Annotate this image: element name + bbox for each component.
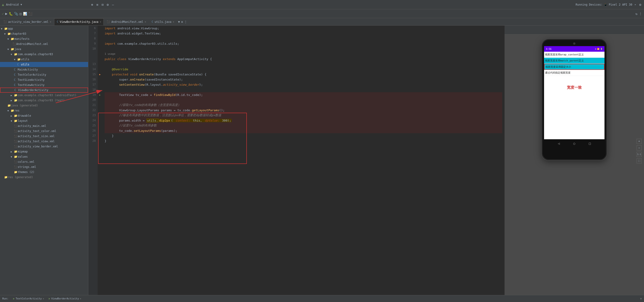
tree-item-chapter03[interactable]: ▼ 📁 chapter03: [0, 31, 88, 36]
device-close-icon[interactable]: ✕: [634, 3, 637, 6]
tree-item-res-generated[interactable]: 📁 res (generated): [0, 175, 88, 180]
folder-icon-package: 📁: [14, 53, 18, 56]
profile-icon[interactable]: 📊: [23, 12, 27, 16]
zoom-in-button[interactable]: +: [636, 139, 642, 144]
fit-button[interactable]: 1:1: [636, 152, 642, 157]
tree-item-manifests[interactable]: ▼ 📁 manifests: [0, 36, 88, 42]
tree-item-textsize-xml[interactable]: ⬛ activity_text_size.xml: [0, 134, 88, 139]
android-icon: ▲: [2, 2, 4, 7]
tree-item-strings-xml[interactable]: ⬛ strings.xml: [0, 164, 88, 170]
tree-item-textviewactivity[interactable]: C TextViewActivity: [0, 82, 88, 88]
side-controls: + − 1:1 ⛶: [636, 139, 642, 164]
device-status-icons: ⚙ 📶 🔋: [595, 48, 603, 50]
tree-item-textsizeactivity[interactable]: C TextSizeActivity: [0, 77, 88, 82]
tab-more-icon[interactable]: ⋮: [184, 20, 187, 24]
sync-icon[interactable]: ↻: [636, 12, 638, 16]
tab-close-1[interactable]: ✕: [50, 21, 51, 23]
bottom-settings-icon[interactable]: ⚙: [640, 297, 642, 300]
tree-item-viewborder-xml[interactable]: ⬛ activity_view_border.xml: [0, 144, 88, 149]
more-icon[interactable]: ⋮: [639, 12, 642, 16]
label-main-xml: activity_main.xml: [18, 124, 46, 128]
tree-item-java-generated[interactable]: 📁 java (generated): [0, 103, 88, 108]
nav-home-icon[interactable]: ○: [573, 141, 575, 145]
tree-item-mainactivity[interactable]: C MainActivity: [0, 67, 88, 72]
tree-item-java[interactable]: ▼ 📁 java: [0, 47, 88, 52]
minus-icon[interactable]: —: [111, 2, 115, 7]
tree-item-app[interactable]: ▼ 📁 app: [0, 26, 88, 31]
coverage-icon[interactable]: ◫: [20, 12, 22, 16]
tree-item-textcoloractivity[interactable]: C TextColorActivity: [0, 72, 88, 77]
tree-root: ▼ 📁 app ▼ 📁 chapter03 ▼ 📁 manifests: [0, 26, 88, 180]
device-name[interactable]: Pixel 2 API 30: [609, 3, 632, 6]
tree-item-package[interactable]: ▼ 📁 com.example.chapter03: [0, 52, 88, 57]
tab-label-1: activity_view_border.xml: [8, 20, 48, 24]
run-close-textcolor[interactable]: ✕: [43, 297, 44, 300]
code-line-9: import com.example.chapter03.utils.utils…: [104, 41, 502, 46]
tree-item-drawable[interactable]: ▶ 📁 drawable: [0, 113, 88, 118]
nav-back-icon[interactable]: ◁: [558, 141, 560, 145]
tree-item-viewborderactivity[interactable]: C ViewBorderActivity: [0, 88, 88, 93]
tree-item-layout[interactable]: ▼ 📁 layout: [0, 118, 88, 123]
attach-icon[interactable]: 📎: [14, 12, 18, 16]
globe-icon[interactable]: ⊕: [90, 2, 94, 7]
device-row-2: 视图宽度采用match_parent定义: [544, 58, 604, 64]
tree-item-test[interactable]: ▶ 📁 com.example.chapter03 (test): [0, 98, 88, 103]
tab-close-4[interactable]: ✕: [173, 21, 174, 23]
tab-settings-icon[interactable]: ⚙: [181, 20, 183, 24]
tree-item-utils-folder[interactable]: ▼ 📁 utils: [0, 57, 88, 62]
list-icon[interactable]: ≡: [95, 2, 99, 7]
linenum-15: 15: [90, 72, 96, 77]
tab-close-3[interactable]: ✕: [145, 21, 146, 23]
tree-item-res[interactable]: ▼ 📁 res: [0, 108, 88, 113]
zoom-out-button[interactable]: −: [636, 145, 642, 150]
run-item-textcolor[interactable]: ▶ TextColorActivity ✕: [13, 297, 44, 300]
tree-item-themes[interactable]: 📁 themes (2): [0, 170, 88, 175]
nav-recents-icon[interactable]: □: [589, 141, 590, 145]
code-content[interactable]: 6 7 8 9 10 13 14 15 16 17 18 19 20 21 22…: [88, 26, 504, 295]
tree-item-utils-class[interactable]: C utils: [0, 62, 88, 67]
tab-viewborder-activity[interactable]: C ViewBorderActivity.java ✕: [54, 18, 104, 25]
run-label-viewborder: ViewBorderActivity: [51, 297, 79, 300]
linenum-28: 28: [90, 138, 96, 143]
device-status-bar: 4:56 ⚙ 📶 🔋: [544, 46, 604, 52]
toolbar-settings[interactable]: ⚙: [638, 2, 642, 7]
tab-activity-view-border[interactable]: ⬛ activity_view_border.xml ✕: [1, 18, 54, 25]
tree-item-androidmanifest[interactable]: ⬛ AndroidManifest.xml: [0, 42, 88, 47]
label-mipmap: mipmap: [18, 150, 28, 153]
label-java: java: [14, 48, 21, 51]
code-lines-container[interactable]: import android.view.ViewGroup; import an…: [102, 26, 504, 295]
action-bar: ✓ ▶ 🐛 📎 ◫ 📊 ⬛ ↻ ⋮: [0, 9, 644, 18]
device-header: [504, 26, 644, 35]
project-dropdown-icon[interactable]: ▼: [20, 3, 22, 6]
run-icon[interactable]: ▶: [5, 12, 8, 16]
arrow-androidtest: ▶: [11, 94, 14, 97]
tree-item-colors-xml[interactable]: ⬛ colors.xml: [0, 159, 88, 164]
tree-item-mipmap[interactable]: ▶ 📁 mipmap: [0, 149, 88, 154]
run-icon-viewborder: ▶: [49, 297, 50, 300]
tab-utils-java[interactable]: C utils.java ✕: [149, 18, 177, 25]
label-textsizeactivity: TextSizeActivity: [18, 78, 44, 81]
tab-androidmanifest[interactable]: ⬛ AndroidManifest.xml ✕: [104, 18, 148, 25]
device-camera: [573, 42, 576, 45]
device-row-4: 通过代码指定视图宽度: [544, 70, 604, 76]
tree-item-textcolor-xml[interactable]: ⬛ activity_text_color.xml: [0, 128, 88, 134]
stop-icon[interactable]: ⬛: [28, 12, 32, 16]
arrow-manifests: ▼: [8, 38, 11, 40]
run-item-viewborder[interactable]: ▶ ViewBorderActivity ✕: [49, 297, 81, 300]
run-close-viewborder[interactable]: ✕: [80, 297, 81, 300]
code-line-8: [104, 36, 502, 41]
fullscreen-button[interactable]: ⛶: [636, 158, 642, 164]
debug-icon[interactable]: 🐛: [9, 12, 13, 16]
settings-icon[interactable]: ⚙: [106, 2, 110, 7]
tree-item-main-xml[interactable]: ⬛ activity_main.xml: [0, 123, 88, 128]
tree-item-values[interactable]: ▼ 📁 values: [0, 154, 88, 159]
device-row-1: 视图宽度采用wrap_content定义: [544, 52, 604, 58]
code-line-11: public class ViewBorderActivity extends …: [104, 56, 502, 61]
code-line-27: }: [104, 138, 502, 143]
project-label[interactable]: Android: [6, 3, 19, 6]
tab-close-2[interactable]: ✕: [100, 21, 101, 23]
split-icon[interactable]: ⊟: [101, 2, 104, 7]
more-tabs-icon[interactable]: ▼: [178, 20, 180, 24]
tree-item-androidtest[interactable]: ▶ 📁 com.example.chapter03 (androidTest): [0, 93, 88, 98]
tree-item-textview-xml[interactable]: ⬛ activity_text_view.xml: [0, 139, 88, 144]
